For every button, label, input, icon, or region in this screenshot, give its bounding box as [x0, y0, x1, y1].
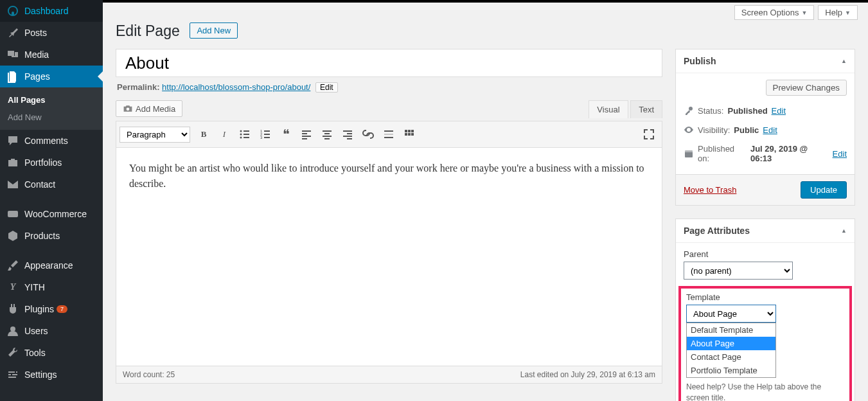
sidebar-label: Comments — [24, 136, 68, 146]
svg-rect-23 — [347, 133, 352, 134]
content-editor[interactable]: You might be an artist who would like to… — [116, 148, 662, 366]
help-button[interactable]: Help ▼ — [818, 5, 858, 20]
svg-rect-34 — [411, 133, 414, 136]
template-option[interactable]: About Page — [687, 337, 775, 350]
toolbar-toggle-icon[interactable] — [400, 125, 419, 144]
svg-rect-19 — [324, 133, 330, 134]
permalink-label: Permalink: — [117, 82, 159, 92]
attributes-panel-toggle[interactable]: Page Attributes▲ — [676, 219, 855, 243]
italic-icon[interactable]: I — [215, 125, 234, 144]
quote-icon[interactable]: ❝ — [276, 125, 296, 144]
sidebar-item-comments[interactable]: Comments — [0, 130, 103, 152]
svg-rect-21 — [324, 138, 330, 139]
sidebar-item-woocommerce[interactable]: WooCommerce — [0, 203, 103, 225]
readmore-icon[interactable] — [379, 125, 398, 144]
template-option[interactable]: Portfolio Template — [687, 364, 775, 377]
caret-up-icon: ▲ — [841, 227, 847, 234]
sidebar-item-contact[interactable]: Contact — [0, 174, 103, 195]
sidebar-item-plugins[interactable]: Plugins 7 — [0, 298, 103, 320]
portfolio-icon — [6, 156, 19, 169]
permalink-edit-button[interactable]: Edit — [315, 82, 338, 93]
parent-select[interactable]: (no parent) — [684, 262, 793, 280]
publish-panel-toggle[interactable]: Publish▲ — [676, 49, 855, 73]
template-option[interactable]: Default Template — [687, 323, 775, 337]
envelope-icon — [6, 178, 19, 191]
sidebar-item-portfolios[interactable]: Portfolios — [0, 152, 103, 174]
svg-rect-25 — [347, 138, 352, 139]
svg-point-1 — [10, 326, 15, 332]
update-badge: 7 — [57, 305, 67, 313]
pages-submenu: All Pages Add New — [0, 87, 103, 130]
sidebar-item-users[interactable]: Users — [0, 320, 103, 342]
svg-rect-32 — [405, 133, 407, 136]
svg-text:3: 3 — [260, 136, 263, 139]
svg-rect-31 — [411, 130, 414, 132]
svg-rect-26 — [384, 130, 393, 132]
edit-status-link[interactable]: Edit — [772, 106, 786, 116]
svg-rect-3 — [244, 130, 249, 132]
screen-options-button[interactable]: Screen Options ▼ — [734, 5, 815, 20]
sliders-icon — [6, 368, 19, 381]
page-title-input[interactable] — [116, 49, 662, 77]
sidebar-label: Media — [24, 49, 49, 60]
page-heading: Edit Page — [116, 22, 180, 40]
add-new-button[interactable]: Add New — [190, 22, 238, 39]
format-select[interactable]: Paragraph — [120, 127, 190, 143]
sidebar-item-media[interactable]: Media — [0, 44, 103, 66]
link-icon[interactable] — [359, 125, 378, 144]
plug-icon — [6, 303, 19, 316]
move-to-trash-link[interactable]: Move to Trash — [684, 185, 736, 195]
template-dropdown-list: Default Template About Page Contact Page… — [686, 323, 776, 378]
media-icon — [6, 48, 19, 61]
products-icon — [6, 229, 19, 242]
permalink-url[interactable]: http://localhost/blossom-shop-pro/about/ — [162, 82, 310, 92]
sidebar-item-appearance[interactable]: Appearance — [0, 254, 103, 276]
edit-date-link[interactable]: Edit — [833, 149, 847, 159]
align-right-icon[interactable] — [338, 125, 357, 144]
submenu-all-pages[interactable]: All Pages — [0, 91, 103, 109]
main-content: Screen Options ▼ Help ▼ Edit Page Add Ne… — [103, 0, 868, 401]
sidebar-item-dashboard[interactable]: Dashboard — [0, 0, 103, 22]
parent-label: Parent — [684, 249, 847, 259]
publish-panel: Publish▲ Preview Changes Status: Publish… — [675, 49, 855, 206]
sidebar-item-yith[interactable]: Y YITH — [0, 276, 103, 298]
align-center-icon[interactable] — [317, 125, 337, 144]
add-media-button[interactable]: Add Media — [116, 100, 182, 117]
fullscreen-icon[interactable] — [639, 125, 659, 144]
update-button[interactable]: Update — [801, 181, 847, 199]
pin-icon — [6, 26, 19, 39]
dashboard-icon — [6, 4, 19, 17]
bullet-list-icon[interactable] — [235, 125, 254, 144]
svg-rect-15 — [302, 133, 307, 134]
submenu-add-new[interactable]: Add New — [0, 109, 103, 126]
template-label: Template — [686, 292, 844, 302]
template-select[interactable]: About Page — [686, 305, 776, 323]
key-icon — [684, 105, 694, 116]
tab-text[interactable]: Text — [630, 100, 662, 118]
edit-visibility-link[interactable]: Edit — [763, 125, 777, 135]
sidebar-label: Plugins — [24, 304, 54, 314]
svg-point-6 — [240, 137, 242, 139]
number-list-icon[interactable]: 123 — [256, 125, 275, 144]
sidebar-label: Tools — [24, 348, 46, 358]
caret-up-icon: ▲ — [841, 58, 847, 64]
svg-rect-20 — [323, 136, 332, 137]
sidebar-item-products[interactable]: Products — [0, 225, 103, 247]
sidebar-item-tools[interactable]: Tools — [0, 342, 103, 364]
word-count: Word count: 25 — [123, 370, 175, 379]
align-left-icon[interactable] — [297, 125, 316, 144]
wrench-icon — [6, 346, 19, 359]
published-value: Jul 29, 2019 @ 06:13 — [750, 144, 829, 163]
preview-changes-button[interactable]: Preview Changes — [766, 80, 847, 96]
template-option[interactable]: Contact Page — [687, 350, 775, 364]
sidebar-item-pages[interactable]: Pages — [0, 66, 103, 87]
editor-toolbar: Paragraph B I 123 ❝ — [116, 121, 662, 148]
bold-icon[interactable]: B — [194, 125, 213, 144]
sidebar-label: YITH — [24, 282, 45, 292]
sidebar-item-settings[interactable]: Settings — [0, 364, 103, 386]
admin-sidebar: Dashboard Posts Media Pages All Pages Ad… — [0, 0, 103, 401]
svg-rect-0 — [8, 211, 18, 217]
sidebar-item-posts[interactable]: Posts — [0, 22, 103, 44]
comments-icon — [6, 134, 19, 147]
tab-visual[interactable]: Visual — [589, 100, 628, 118]
